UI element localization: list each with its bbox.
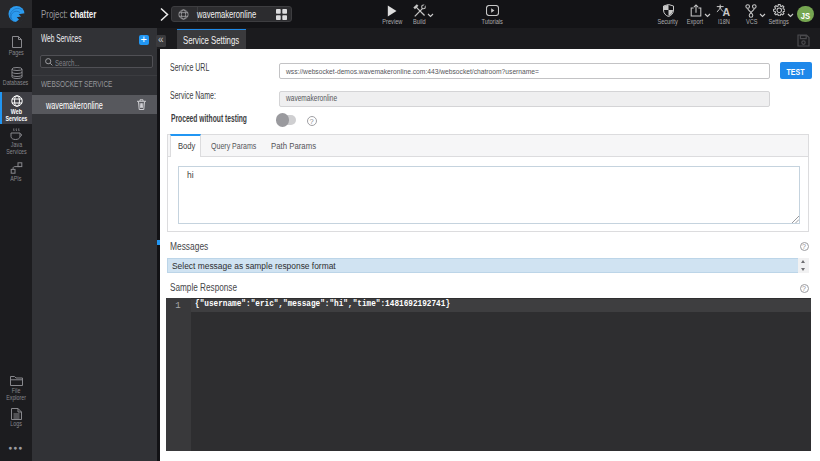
- svg-text:A: A: [722, 6, 730, 17]
